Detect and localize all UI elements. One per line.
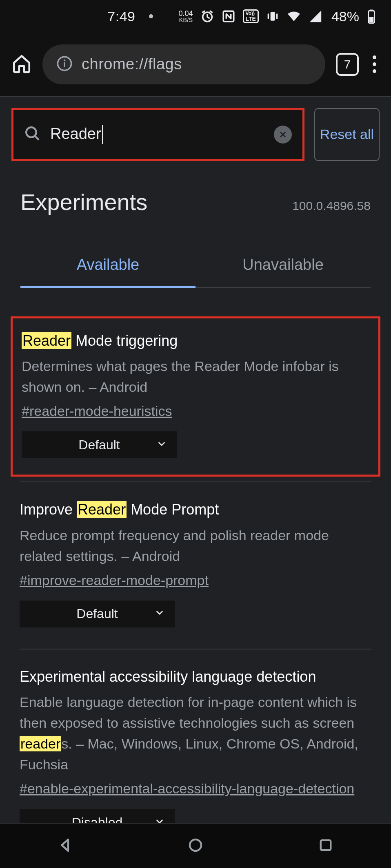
chevron-down-icon bbox=[154, 606, 165, 621]
svg-rect-12 bbox=[321, 840, 331, 850]
tab-available[interactable]: Available bbox=[20, 256, 196, 288]
site-info-icon[interactable] bbox=[56, 55, 73, 73]
status-bar: 7:49 0.04 KB/S Vo)) LTE x 48% bbox=[0, 0, 391, 33]
svg-point-11 bbox=[190, 839, 201, 851]
flags-page: Reader Reset all Experiments 100.0.4896.… bbox=[0, 96, 391, 858]
search-icon bbox=[24, 125, 41, 144]
flags-list: Reader Mode triggering Determines what p… bbox=[0, 288, 391, 858]
text-caret bbox=[102, 125, 103, 144]
omnibox[interactable]: chrome://flags bbox=[42, 44, 325, 84]
flag-description: Enable language detection for in-page co… bbox=[20, 692, 371, 775]
flag-select-value: Default bbox=[78, 437, 120, 453]
status-separator-dot bbox=[149, 14, 153, 18]
volte-icon: Vo)) LTE bbox=[243, 9, 259, 23]
flag-hash-link[interactable]: #reader-mode-heuristics bbox=[22, 403, 172, 419]
flag-accessibility-language-detection: Experimental accessibility language dete… bbox=[11, 654, 380, 852]
vibrate-icon bbox=[266, 10, 279, 23]
svg-rect-6 bbox=[369, 17, 374, 22]
nav-home-button[interactable] bbox=[187, 837, 204, 855]
divider bbox=[20, 481, 371, 482]
flag-reader-mode-heuristics: Reader Mode triggering Determines what p… bbox=[11, 316, 380, 477]
battery-icon bbox=[367, 9, 376, 24]
svg-rect-2 bbox=[271, 12, 275, 20]
omnibox-url: chrome://flags bbox=[82, 55, 182, 73]
wifi-icon bbox=[287, 9, 301, 24]
flag-title: Improve Reader Mode Prompt bbox=[20, 499, 371, 520]
more-menu-button[interactable] bbox=[369, 55, 380, 73]
chrome-version: 100.0.4896.58 bbox=[292, 199, 371, 213]
page-title: Experiments bbox=[20, 189, 147, 215]
search-row: Reader Reset all bbox=[0, 97, 391, 172]
flag-select[interactable]: Default bbox=[20, 601, 175, 627]
svg-point-9 bbox=[64, 59, 66, 61]
status-time: 7:49 bbox=[107, 9, 135, 24]
nfc-icon bbox=[222, 9, 235, 23]
flag-title: Experimental accessibility language dete… bbox=[20, 667, 371, 687]
alarm-icon bbox=[200, 9, 214, 23]
browser-toolbar: chrome://flags 7 bbox=[0, 33, 391, 96]
nav-back-button[interactable] bbox=[57, 837, 74, 855]
flag-description: Reduce prompt frequency and polish reade… bbox=[20, 525, 371, 567]
experiments-header: Experiments 100.0.4896.58 bbox=[0, 172, 391, 219]
svg-text:x: x bbox=[311, 9, 315, 17]
nav-recent-button[interactable] bbox=[317, 837, 334, 855]
cellular-icon: x bbox=[309, 9, 322, 23]
clear-search-button[interactable] bbox=[274, 126, 292, 144]
reset-all-button[interactable]: Reset all bbox=[314, 108, 380, 161]
divider bbox=[20, 649, 371, 649]
flag-hash-link[interactable]: #enable-experimental-accessibility-langu… bbox=[20, 781, 354, 797]
network-speed: 0.04 KB/S bbox=[178, 10, 193, 23]
chevron-down-icon bbox=[156, 437, 167, 453]
svg-rect-5 bbox=[370, 10, 373, 12]
flag-description: Determines what pages the Reader Mode in… bbox=[22, 356, 369, 398]
home-button[interactable] bbox=[11, 53, 32, 75]
search-input[interactable]: Reader bbox=[11, 108, 304, 161]
flag-title: Reader Mode triggering bbox=[22, 331, 369, 351]
flag-select[interactable]: Default bbox=[22, 431, 177, 458]
svg-rect-8 bbox=[64, 62, 65, 67]
android-nav-bar bbox=[0, 823, 391, 868]
flag-improve-reader-mode-prompt: Improve Reader Mode Prompt Reduce prompt… bbox=[11, 487, 380, 643]
flag-hash-link[interactable]: #improve-reader-mode-prompt bbox=[20, 572, 209, 588]
battery-percent: 48% bbox=[331, 9, 359, 24]
flag-select-value: Default bbox=[76, 606, 118, 621]
search-value: Reader bbox=[50, 125, 265, 144]
tab-unavailable[interactable]: Unavailable bbox=[196, 256, 371, 287]
tabs: Available Unavailable bbox=[20, 256, 371, 288]
tab-switcher-button[interactable]: 7 bbox=[336, 53, 359, 76]
